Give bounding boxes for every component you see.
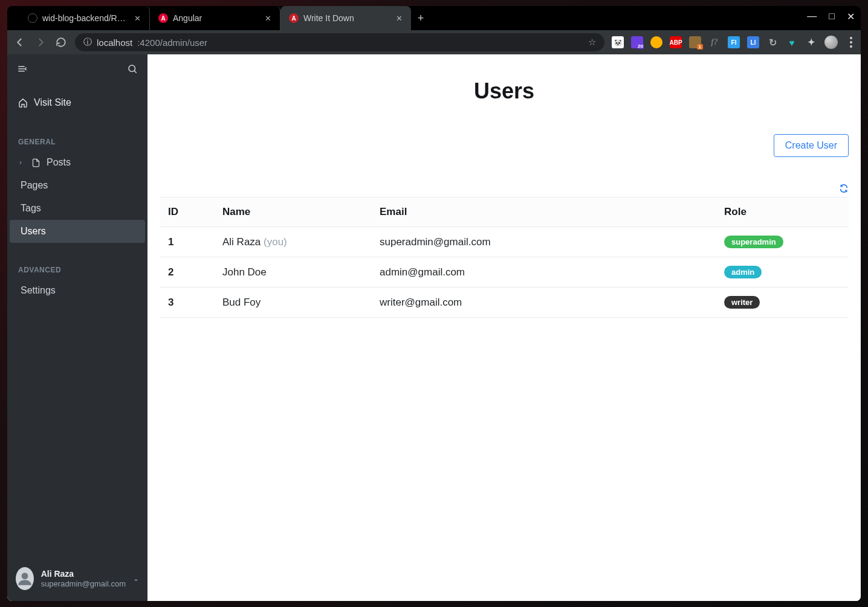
extension-icon[interactable] bbox=[650, 36, 662, 48]
sidebar-user-info: Ali Raza superadmin@gmail.com bbox=[41, 569, 126, 588]
cell-id: 1 bbox=[160, 227, 214, 257]
table-row[interactable]: 3Bud Foywriter@gmail.comwriter bbox=[160, 287, 849, 318]
tab-title: Write It Down bbox=[303, 13, 391, 23]
site-info-icon[interactable]: ⓘ bbox=[83, 37, 92, 48]
address-bar[interactable]: ⓘ localhost:4200/admin/user ☆ bbox=[75, 33, 604, 51]
you-badge: (you) bbox=[261, 236, 287, 248]
extension-icon[interactable]: f? bbox=[708, 36, 721, 48]
extension-icon[interactable]: ↻ bbox=[766, 36, 779, 48]
cell-email: superadmin@gmail.com bbox=[371, 227, 716, 257]
main-content: Users Create User ID Name Email Role bbox=[147, 54, 861, 601]
sidebar-group-label: GENERAL bbox=[7, 133, 147, 151]
sidebar-item-settings[interactable]: Settings bbox=[10, 279, 145, 302]
close-icon[interactable]: ✕ bbox=[396, 14, 403, 23]
role-badge: writer bbox=[724, 296, 760, 309]
document-icon bbox=[31, 158, 40, 167]
close-icon[interactable]: ✕ bbox=[134, 14, 141, 23]
users-table: ID Name Email Role 1Ali Raza (you)supera… bbox=[160, 197, 849, 318]
sidebar-item-label: Posts bbox=[47, 157, 71, 168]
page-title: Users bbox=[160, 79, 849, 104]
tab-write-it-down[interactable]: A Write It Down ✕ bbox=[280, 6, 411, 30]
sidebar-group-label: ADVANCED bbox=[7, 261, 147, 279]
table-action-row bbox=[160, 184, 849, 193]
extension-icon[interactable]: 🐼 bbox=[612, 36, 624, 48]
visit-site-label: Visit Site bbox=[34, 97, 71, 108]
reload-icon[interactable] bbox=[54, 37, 68, 48]
sidebar: Visit Site GENERAL › Posts Pages Tags bbox=[7, 54, 147, 601]
star-icon[interactable]: ☆ bbox=[588, 37, 596, 48]
col-header-role: Role bbox=[716, 198, 849, 227]
visit-site-link[interactable]: Visit Site bbox=[7, 91, 147, 115]
cell-email: writer@gmail.com bbox=[371, 287, 716, 318]
cell-role: superadmin bbox=[716, 227, 849, 257]
sidebar-item-tags[interactable]: Tags bbox=[10, 197, 145, 220]
minimize-icon[interactable]: — bbox=[807, 11, 817, 22]
sidebar-item-label: Tags bbox=[21, 203, 41, 214]
cell-id: 2 bbox=[160, 257, 214, 287]
tab-title: Angular bbox=[173, 13, 260, 23]
cell-name: Ali Raza (you) bbox=[214, 227, 371, 257]
extension-icon[interactable]: ♥ bbox=[786, 36, 798, 48]
cell-id: 3 bbox=[160, 287, 214, 318]
extensions-menu-icon[interactable]: ✦ bbox=[805, 36, 817, 48]
refresh-icon[interactable] bbox=[839, 184, 849, 193]
angular-icon: A bbox=[158, 13, 168, 23]
new-tab-button[interactable]: + bbox=[411, 6, 430, 30]
sidebar-user-email: superadmin@gmail.com bbox=[41, 579, 126, 589]
tab-title: wid-blog-backend/README bbox=[42, 13, 129, 23]
cell-role: writer bbox=[716, 287, 849, 318]
url-path: :4200/admin/user bbox=[137, 37, 207, 48]
window-controls: — □ ✕ bbox=[807, 11, 855, 22]
github-icon bbox=[28, 13, 37, 23]
sidebar-item-pages[interactable]: Pages bbox=[10, 174, 145, 197]
col-header-id: ID bbox=[160, 198, 214, 227]
tab-wid-blog-backend[interactable]: wid-blog-backend/README ✕ bbox=[19, 6, 150, 30]
extension-icon[interactable] bbox=[631, 36, 643, 48]
extension-icon[interactable] bbox=[689, 36, 701, 48]
table-row[interactable]: 2John Doeadmin@gmail.comadmin bbox=[160, 257, 849, 287]
col-header-email: Email bbox=[371, 198, 716, 227]
cell-name: John Doe bbox=[214, 257, 371, 287]
sidebar-collapse-icon[interactable] bbox=[17, 63, 28, 74]
forward-icon[interactable] bbox=[34, 37, 47, 48]
svg-point-3 bbox=[129, 65, 135, 72]
cell-name: Bud Foy bbox=[214, 287, 371, 318]
extension-icon[interactable]: ABP bbox=[670, 36, 682, 48]
cell-email: admin@gmail.com bbox=[371, 257, 716, 287]
close-icon[interactable]: ✕ bbox=[265, 14, 271, 23]
sidebar-user-footer[interactable]: Ali Raza superadmin@gmail.com ⌄ bbox=[7, 567, 147, 590]
chevron-right-icon: › bbox=[19, 158, 22, 167]
sidebar-user-name: Ali Raza bbox=[41, 569, 126, 579]
svg-point-5 bbox=[21, 573, 28, 579]
maximize-icon[interactable]: □ bbox=[829, 11, 835, 22]
sidebar-item-users[interactable]: Users bbox=[10, 220, 145, 243]
role-badge: superadmin bbox=[724, 236, 783, 248]
app-favicon: A bbox=[289, 13, 299, 23]
page-toolbar: Create User bbox=[160, 134, 849, 157]
table-row[interactable]: 1Ali Raza (you)superadmin@gmail.comsuper… bbox=[160, 227, 849, 257]
tab-strip: wid-blog-backend/README ✕ A Angular ✕ A … bbox=[7, 6, 430, 30]
search-icon[interactable] bbox=[127, 63, 138, 74]
sidebar-item-label: Users bbox=[21, 226, 46, 237]
extension-icon[interactable]: FI bbox=[728, 36, 740, 48]
extension-icon[interactable]: LI bbox=[747, 36, 759, 48]
sidebar-group-general: GENERAL › Posts Pages Tags Users bbox=[7, 133, 147, 243]
chevron-down-icon: ⌄ bbox=[133, 574, 139, 583]
url-bar: ⓘ localhost:4200/admin/user ☆ 🐼 ABP f? F… bbox=[7, 30, 861, 54]
close-window-icon[interactable]: ✕ bbox=[847, 11, 855, 22]
profile-avatar-icon[interactable] bbox=[824, 36, 838, 49]
user-avatar-icon bbox=[16, 567, 34, 590]
app-root: Visit Site GENERAL › Posts Pages Tags bbox=[7, 54, 861, 601]
home-icon bbox=[18, 98, 28, 108]
create-user-button[interactable]: Create User bbox=[774, 134, 849, 157]
url-host: localhost bbox=[97, 37, 132, 48]
tab-angular[interactable]: A Angular ✕ bbox=[150, 6, 280, 30]
sidebar-item-posts[interactable]: › Posts bbox=[10, 151, 145, 174]
browser-window: wid-blog-backend/README ✕ A Angular ✕ A … bbox=[7, 6, 861, 601]
extensions-row: 🐼 ABP f? FI LI ↻ ♥ ✦ bbox=[612, 36, 855, 49]
browser-menu-icon[interactable] bbox=[845, 37, 855, 48]
back-icon[interactable] bbox=[13, 37, 27, 48]
table-header-row: ID Name Email Role bbox=[160, 198, 849, 227]
col-header-name: Name bbox=[214, 198, 371, 227]
role-badge: admin bbox=[724, 266, 762, 278]
